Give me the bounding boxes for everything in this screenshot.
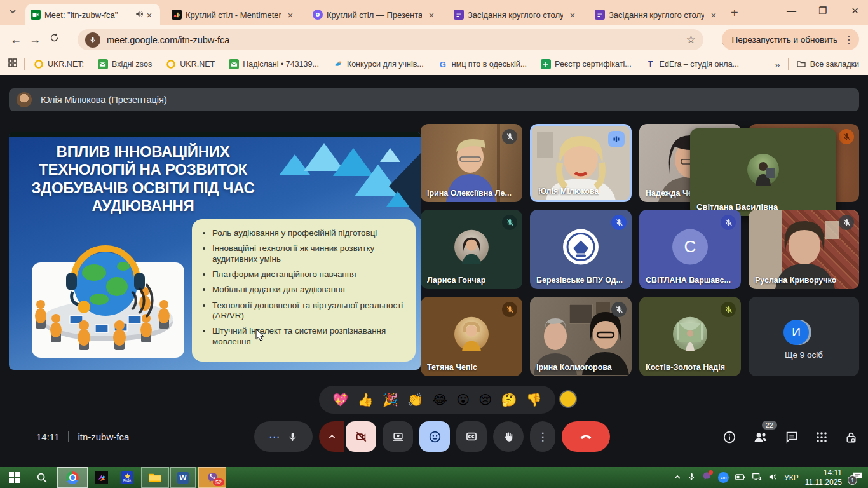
url-text[interactable]: meet.google.com/itn-zubw-fca (107, 35, 686, 45)
bookmark-inbox[interactable]: Вхідні zsos (98, 59, 152, 69)
reaction-emoji[interactable]: 👎 (526, 393, 542, 406)
tab-forms-1[interactable]: Засідання круглого столу в × (449, 4, 583, 25)
participant-name: Лариса Гончар (427, 276, 485, 285)
camera-off-icon[interactable] (346, 421, 376, 452)
taskbar-date: 11.11.2025 (805, 478, 842, 487)
info-icon[interactable] (722, 430, 736, 447)
camera-options-icon[interactable] (319, 421, 344, 452)
tab-presentation[interactable]: Круглий стіл — Презентаці × (308, 4, 442, 25)
apps-grid-icon[interactable] (8, 58, 18, 71)
bookmark-star-icon[interactable]: ☆ (686, 33, 696, 46)
new-tab-button[interactable]: + (731, 6, 738, 20)
restart-update-button[interactable]: Перезапустить и обновить ⋮ (722, 29, 859, 50)
tray-network-icon[interactable] (752, 472, 762, 484)
presentation-slide[interactable]: ВПЛИВ ІННОВАЦІЙНИХ ТЕХНОЛОГІЙ НА РОЗВИТО… (9, 132, 421, 370)
more-participants-tile[interactable]: Н И Ще 9 осіб (749, 297, 859, 376)
mic-in-use-icon[interactable] (85, 32, 100, 48)
bookmarks-overflow-icon[interactable]: » (775, 59, 780, 70)
notification-center[interactable]: 1 (852, 471, 863, 484)
tab-close-icon[interactable]: × (426, 10, 437, 20)
tray-volume-icon[interactable] (768, 472, 778, 484)
all-bookmarks-button[interactable]: Все закладки (796, 59, 859, 69)
slide-bullet: Платформи дистанційного навчання (212, 269, 407, 280)
search-button[interactable] (28, 467, 56, 488)
tray-viber-icon[interactable] (702, 471, 712, 484)
more-options-button[interactable]: ⋮ (530, 421, 555, 452)
start-button[interactable] (0, 467, 28, 488)
host-controls-lock-icon[interactable] (844, 431, 858, 447)
participant-tile[interactable]: Лариса Гончар (421, 210, 522, 289)
camera-button[interactable] (319, 421, 376, 452)
participant-tile[interactable]: Руслана Криворучко (749, 210, 859, 289)
bookmark-edera[interactable]: Т EdEra – студія онла... (646, 59, 739, 69)
reaction-emoji[interactable]: 🎉 (383, 393, 398, 406)
bookmark-nmc[interactable]: G нмц пто в одеській... (438, 59, 527, 69)
taskbar-explorer[interactable] (141, 467, 169, 488)
system-tray: zm УКР 14:11 11.11.2025 1 (674, 468, 868, 487)
taskbar-colorful-app[interactable] (89, 467, 114, 488)
tab-forms-2[interactable]: Засідання круглого столу в × (590, 4, 724, 25)
people-icon (753, 430, 768, 445)
tray-expand-icon[interactable] (674, 472, 681, 484)
taskbar-clock[interactable]: 14:11 11.11.2025 (805, 468, 842, 487)
bookmark-ukrnet1[interactable]: UKR.NET: (34, 59, 84, 69)
participant-tile[interactable]: Ірина Колмогорова (530, 297, 632, 376)
url-bar[interactable]: meet.google.com/itn-zubw-fca ☆ (78, 29, 703, 50)
tab-meet[interactable]: Meet: "itn-zubw-fca" × (25, 4, 160, 25)
participant-tile[interactable]: Костів-Золота Надія (639, 297, 741, 376)
tab-close-icon[interactable]: × (285, 10, 296, 20)
tab-close-icon[interactable]: × (144, 10, 155, 20)
participant-tile[interactable]: Березівське ВПУ Од... (530, 210, 632, 289)
end-call-button[interactable] (562, 421, 610, 452)
participant-name: Ірина Олексіївна Ле... (427, 189, 512, 198)
reload-icon[interactable] (44, 32, 64, 46)
chat-icon[interactable] (785, 430, 799, 447)
tab-mentimeter[interactable]: Круглий стіл - Mentimeter × (166, 4, 301, 25)
reaction-emoji[interactable]: 👏 (407, 393, 423, 406)
tab-search-icon[interactable] (8, 6, 18, 19)
bookmark-sent[interactable]: Надіслані • 743139... (229, 59, 319, 69)
window-close-button[interactable]: × (851, 4, 858, 18)
reaction-emoji[interactable]: 🤔 (501, 393, 517, 406)
participant-tile-speaking[interactable]: Юлія Мілюкова (530, 124, 632, 202)
participant-tile[interactable]: С СВІТЛАНА Варшавс... (639, 210, 741, 289)
reaction-emoji[interactable]: 👍 (357, 393, 373, 406)
reaction-emoji[interactable]: 😮 (456, 393, 470, 406)
language-indicator[interactable]: УКР (784, 473, 799, 482)
taskbar-chrome[interactable] (57, 467, 88, 488)
reaction-emoji[interactable]: 😢 (478, 393, 492, 406)
back-icon[interactable]: ← (6, 33, 25, 46)
audio-active-icon (608, 131, 625, 147)
participant-tile[interactable]: Ірина Олексіївна Ле... (421, 124, 522, 202)
participant-tile-overlay[interactable]: Світлана Василівна (690, 128, 836, 216)
forward-icon[interactable]: → (25, 33, 44, 46)
tab-audio-icon[interactable] (135, 10, 144, 20)
browser-menu-icon[interactable]: ⋮ (844, 34, 854, 46)
window-maximize-button[interactable]: ❐ (818, 5, 827, 17)
mic-button[interactable]: ⋯ (254, 421, 313, 452)
tab-close-icon[interactable]: × (708, 10, 719, 20)
captions-button[interactable] (456, 421, 487, 452)
mic-options-icon[interactable]: ⋯ (269, 430, 280, 444)
window-minimize-button[interactable]: — (787, 5, 796, 16)
present-button[interactable] (383, 421, 413, 452)
participant-tile[interactable]: Тетяна Чепіс (421, 297, 522, 376)
activities-grid-icon[interactable] (815, 431, 828, 446)
bookmark-contests[interactable]: Конкурси для учнів... (333, 59, 424, 69)
tray-mic-icon[interactable] (688, 472, 696, 484)
organization-logo (563, 229, 599, 264)
reaction-emoji[interactable]: 😂 (432, 393, 447, 406)
taskbar-viber[interactable]: 52 (198, 467, 226, 488)
reaction-emoji[interactable]: 💖 (332, 393, 348, 406)
bookmark-ukrnet2[interactable]: UKR.NET (166, 59, 215, 69)
taskbar-word[interactable]: W (170, 467, 196, 488)
reactions-button[interactable] (419, 421, 450, 452)
tray-battery-icon[interactable] (735, 472, 745, 484)
tray-zoom-icon[interactable]: zm (718, 472, 729, 483)
bookmark-register[interactable]: Реєстр сертифікаті... (541, 59, 632, 69)
raise-hand-button[interactable] (493, 421, 524, 452)
tab-close-icon[interactable]: × (567, 10, 578, 20)
taskbar-rada-app[interactable]: РАДА (114, 467, 140, 488)
skin-tone-selector[interactable] (559, 390, 577, 408)
people-button[interactable]: 22 (753, 430, 768, 447)
